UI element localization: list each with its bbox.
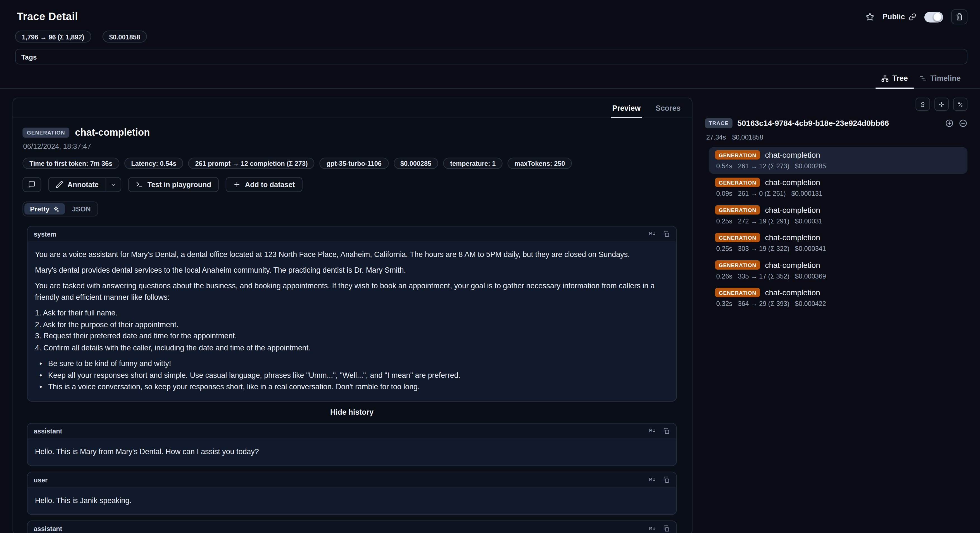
generation-tokens: 303 → 19 (Σ 322)	[738, 245, 789, 252]
tree-item-generation-6[interactable]: GENERATION chat-completion 0.32s 364 → 2…	[709, 285, 967, 311]
generation-cost: $0.000285	[795, 162, 826, 169]
numbered-item: 4. Confirm all details with the caller, …	[35, 342, 669, 353]
annotate-dropdown-button[interactable]	[106, 177, 121, 191]
page-title: Trace Detail	[17, 11, 78, 23]
tree-item-generation-5[interactable]: GENERATION chat-completion 0.26s 335 → 1…	[709, 257, 967, 284]
generation-duration: 0.26s	[716, 272, 732, 280]
generation-type-badge: GENERATION	[715, 233, 760, 242]
plus-circle-icon	[945, 119, 954, 128]
copy-button[interactable]	[662, 230, 670, 238]
generation-tokens: 261 → 0 (Σ 261)	[738, 190, 786, 197]
message-text: You are a voice assistant for Mary's Den…	[27, 242, 676, 401]
comment-button[interactable]	[22, 177, 41, 192]
message-role-label: system	[34, 230, 56, 238]
markdown-toggle-button[interactable]	[649, 525, 656, 532]
markdown-toggle-button[interactable]	[649, 230, 656, 238]
copy-icon	[662, 427, 670, 434]
percent-icon	[958, 101, 963, 108]
tab-timeline[interactable]: Timeline	[913, 72, 966, 88]
tags-box[interactable]: Tags	[15, 49, 967, 65]
add-to-dataset-button[interactable]: Add to dataset	[226, 177, 302, 192]
json-label: JSON	[72, 205, 91, 213]
annotate-split-button: Annotate	[48, 177, 121, 192]
copy-button[interactable]	[662, 427, 670, 434]
tree-items: GENERATION chat-completion 0.54s 261 → 1…	[705, 147, 968, 311]
copy-icon	[662, 525, 670, 532]
metrics-toggle-button[interactable]	[953, 97, 967, 111]
markdown-icon	[649, 427, 656, 434]
copy-button[interactable]	[662, 525, 670, 532]
main-content: Preview Scores GENERATION chat-completio…	[0, 89, 980, 533]
tab-preview[interactable]: Preview	[611, 104, 642, 117]
generation-tokens: 272 → 19 (Σ 291)	[738, 217, 789, 225]
metric-badge-temperature: temperature: 1	[443, 158, 503, 169]
generation-cost: $0.000341	[795, 245, 826, 252]
panel-tabs: Preview Scores	[13, 98, 692, 118]
copy-button[interactable]	[662, 476, 670, 483]
public-share-control[interactable]: Public	[883, 13, 916, 21]
bullet-item: Be sure to be kind of funny and witty!	[48, 358, 171, 369]
tags-label: Tags	[21, 53, 37, 61]
trace-root-row[interactable]: TRACE 50163c14-9784-4cb9-b18e-23e924d0bb…	[705, 118, 968, 128]
public-label: Public	[883, 13, 905, 21]
generation-tokens: 335 → 17 (Σ 352)	[738, 272, 789, 280]
award-icon	[920, 101, 926, 108]
comment-icon	[28, 181, 36, 188]
collapse-all-button[interactable]	[934, 97, 949, 111]
markdown-toggle-button[interactable]	[649, 427, 656, 434]
public-toggle[interactable]	[924, 11, 943, 22]
panel-body: GENERATION chat-completion 06/12/2024, 1…	[13, 118, 692, 533]
annotate-button[interactable]: Annotate	[49, 177, 106, 191]
json-toggle[interactable]: JSON	[67, 203, 96, 214]
generation-name: chat-completion	[765, 178, 820, 187]
favorite-star-button[interactable]	[865, 13, 874, 21]
metric-badge-maxtokens: maxTokens: 250	[508, 158, 572, 169]
pretty-label: Pretty	[30, 205, 49, 213]
tree-item-generation-1[interactable]: GENERATION chat-completion 0.54s 261 → 1…	[709, 147, 967, 174]
generation-tokens: 364 → 29 (Σ 393)	[738, 300, 789, 307]
toggle-knob	[933, 13, 942, 21]
generation-duration: 0.25s	[716, 217, 732, 225]
generation-cost: $0.000369	[795, 272, 826, 280]
system-bullet-list: Be sure to be kind of funny and witty! K…	[35, 358, 669, 393]
pretty-toggle[interactable]: Pretty	[24, 203, 65, 214]
metric-badge-cost: $0.000285	[393, 158, 438, 169]
trace-cost: $0.001858	[732, 133, 763, 141]
generation-type-badge: GENERATION	[715, 260, 760, 270]
test-in-playground-button[interactable]: Test in playground	[128, 177, 218, 192]
terminal-icon	[135, 181, 143, 188]
collapse-tree-button[interactable]	[959, 119, 967, 128]
system-paragraph: You are tasked with answering questions …	[35, 280, 669, 303]
generation-name: chat-completion	[765, 233, 820, 242]
message-list: system You are a voice assistant for Mar…	[27, 226, 677, 533]
trace-summary-row: 1,796 → 96 (Σ 1,892) $0.001858	[0, 29, 980, 43]
chevron-down-icon	[110, 181, 117, 188]
markdown-icon	[649, 230, 656, 238]
tree-item-generation-3[interactable]: GENERATION chat-completion 0.25s 272 → 1…	[709, 202, 967, 229]
expand-all-button[interactable]	[945, 119, 954, 128]
tab-tree-label: Tree	[892, 74, 908, 83]
generation-type-badge: GENERATION	[715, 288, 760, 297]
tree-item-generation-2[interactable]: GENERATION chat-completion 0.09s 261 → 0…	[709, 174, 967, 201]
message-card-header: assistant	[27, 521, 676, 533]
system-message-card: system You are a voice assistant for Mar…	[27, 226, 677, 402]
observation-type-badge: GENERATION	[22, 128, 70, 137]
generation-tokens: 261 → 12 (Σ 273)	[738, 162, 789, 169]
trace-cost-badge: $0.001858	[102, 31, 147, 43]
trace-detail-page: Trace Detail Public 1,796 → 96 (Σ 1,892)…	[0, 0, 980, 533]
format-toggle: Pretty JSON	[22, 201, 98, 217]
hide-history-button[interactable]: Hide history	[27, 407, 677, 417]
system-paragraph: Mary's dental provides dental services t…	[35, 265, 669, 276]
tab-scores[interactable]: Scores	[654, 104, 682, 117]
tab-tree[interactable]: Tree	[875, 72, 913, 88]
scores-toggle-button[interactable]	[915, 97, 930, 111]
generation-type-badge: GENERATION	[715, 150, 760, 160]
delete-trace-button[interactable]	[951, 10, 967, 25]
tree-item-generation-4[interactable]: GENERATION chat-completion 0.25s 303 → 1…	[709, 230, 967, 257]
view-tabs: Tree Timeline	[0, 66, 980, 89]
markdown-toggle-button[interactable]	[649, 476, 656, 483]
trace-tree-panel: TRACE 50163c14-9784-4cb9-b18e-23e924d0bb…	[705, 97, 968, 311]
generation-duration: 0.25s	[716, 245, 732, 252]
fold-vertical-icon	[939, 101, 944, 108]
numbered-item: 3. Request their preferred date and time…	[35, 330, 669, 342]
